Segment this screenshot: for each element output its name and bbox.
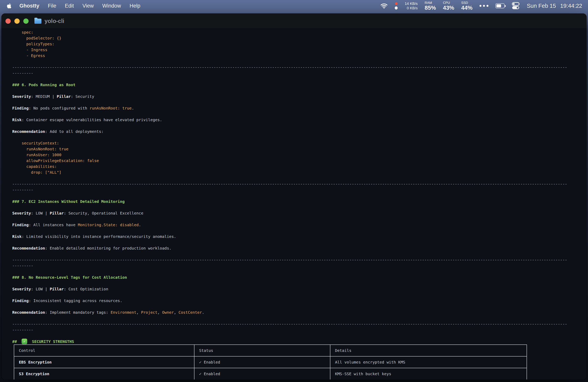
terminal-line (12, 315, 587, 321)
terminal-line: ### 6. Pods Running as Root (12, 82, 587, 88)
terminal-segment: : Limited visibility into instance perfo… (21, 234, 176, 239)
terminal-line (12, 59, 587, 64)
table-cell: EBS Encryption (14, 357, 194, 368)
terminal-segment: : Inconsistent tagging across resources. (29, 298, 122, 303)
terminal-segment: Owner (162, 310, 174, 315)
terminal-segment: : Container escape vulnerabilities have … (21, 117, 162, 122)
terminal-segment: policyTypes: (12, 42, 54, 46)
ssd-value: 44% (461, 5, 473, 11)
terminal-line: Recommendation: Enable detailed monitori… (12, 245, 587, 251)
terminal-line: runAsNonRoot: true (12, 146, 587, 152)
table-header-cell: Details (330, 345, 526, 356)
cpu-meter[interactable]: CPU 43% (443, 1, 454, 11)
terminal-line (12, 269, 587, 275)
menu-item-ghostty[interactable]: Ghostty (15, 3, 43, 9)
terminal-line: - Ingress (12, 47, 587, 53)
terminal-line (12, 292, 587, 298)
terminal-segment: Environment (111, 310, 136, 315)
terminal-segment: : LOW | (31, 287, 50, 291)
terminal-segment: Pillar (50, 211, 64, 215)
table-cell: S3 Encryption (14, 368, 194, 380)
terminal-line: drop: ["ALL"] (12, 170, 587, 175)
menu-items: GhosttyFileEditViewWindowHelp (15, 3, 145, 9)
terminal-segment: drop: ["ALL"] (12, 170, 62, 175)
battery-icon[interactable] (495, 3, 504, 8)
terminal-segment: runAsNonRoot: true (89, 106, 132, 110)
terminal-segment: spec: (12, 30, 33, 35)
terminal-line: Finding: All instances have Monitoring.S… (12, 222, 587, 228)
network-speed[interactable]: 14 KB/s 0 KB/s (405, 1, 418, 10)
terminal-segment: : Security (71, 94, 94, 99)
terminal-line: Risk: Container escape vulnerabilities h… (12, 117, 587, 123)
terminal-segment: Severity (12, 94, 31, 99)
terminal-segment: Severity (12, 211, 31, 215)
terminal-line: ----------------------------------------… (12, 257, 587, 263)
close-button[interactable] (5, 19, 11, 24)
terminal-segment: runAsUser: 1000 (12, 152, 62, 157)
terminal-segment: ----------------------------------------… (12, 182, 567, 186)
terminal-segment: SECURITY STRENGTHS (30, 339, 74, 344)
ellipsis-menu-icon[interactable] (480, 5, 488, 7)
toggles-icon[interactable] (512, 2, 520, 10)
terminal-line: Severity: LOW | Pillar: Security, Operat… (12, 210, 587, 216)
terminal-segment: Pillar (50, 287, 64, 291)
security-strengths-table: ControlStatusDetailsEBS Encryption✓ Enab… (14, 344, 527, 380)
terminal-line: runAsUser: 1000 (12, 152, 587, 158)
terminal-segment: : Security, Operational Excellence (64, 211, 143, 215)
terminal-segment: Monitoring.State: disabled (78, 223, 139, 227)
terminal-segment: Finding (12, 298, 29, 303)
table-row: S3 Encryption✓ EnabledKMS-SSE with bucke… (14, 368, 526, 380)
apple-menu-icon[interactable] (7, 3, 12, 9)
menu-item-help[interactable]: Help (125, 3, 145, 9)
terminal-line (12, 228, 587, 233)
menu-item-view[interactable]: View (78, 3, 98, 9)
ram-value: 85% (425, 5, 436, 11)
ssd-meter[interactable]: SSD 44% (461, 1, 473, 11)
terminal-segment: CostCenter (178, 310, 202, 315)
window-titlebar[interactable]: yolo-cli (1, 14, 587, 29)
zoom-button[interactable] (23, 19, 29, 24)
terminal-line (12, 175, 587, 181)
terminal-segment: - Egress (12, 53, 45, 58)
terminal-segment: --------- (12, 188, 33, 192)
ram-label: RAM (425, 1, 432, 4)
terminal-segment: ## (12, 339, 19, 344)
terminal-segment: podSelector: {} (12, 36, 62, 41)
minimize-button[interactable] (14, 19, 20, 24)
window-title: yolo-cli (44, 18, 64, 24)
check-emoji-icon: ✓ (21, 339, 27, 344)
terminal-line (12, 134, 587, 140)
ram-meter[interactable]: RAM 85% (425, 1, 436, 11)
table-header-cell: Status (194, 345, 330, 356)
table-cell: ✓ Enabled (194, 368, 330, 380)
terminal-line (12, 111, 587, 117)
cpu-label: CPU (443, 1, 450, 4)
terminal-line: securityContext: (12, 140, 587, 146)
terminal-segment: : LOW | (31, 211, 50, 215)
terminal-line: Severity: LOW | Pillar: Cost Optimizatio… (12, 286, 587, 292)
table-cell: KMS-SSE with bucket keys (330, 368, 526, 380)
terminal-segment: . (132, 106, 134, 110)
terminal-segment: --------- (12, 263, 33, 268)
terminal-segment: , (136, 310, 141, 315)
menu-item-edit[interactable]: Edit (61, 3, 78, 9)
clock-date: Sun Feb 15 (527, 3, 556, 9)
menu-item-file[interactable]: File (43, 3, 61, 9)
wifi-icon[interactable] (380, 3, 388, 9)
terminal-segment: . (139, 223, 141, 227)
terminal-segment: : Cost Optimization (64, 287, 108, 291)
recording-indicator-icon[interactable] (395, 2, 398, 10)
terminal-segment: , (174, 310, 178, 315)
menu-bar-clock[interactable]: Sun Feb 15 19:44:22 (527, 3, 582, 9)
terminal-line (12, 280, 587, 286)
terminal-window: yolo-cli spec: podSelector: {} policyTyp… (1, 14, 587, 380)
terminal-line: --------- (12, 70, 587, 76)
terminal-segment: . (202, 310, 204, 315)
terminal-line (12, 216, 587, 222)
menu-item-window[interactable]: Window (98, 3, 125, 9)
terminal-line (12, 76, 587, 82)
menu-bar-status: 14 KB/s 0 KB/s RAM 85% CPU 43% SSD 44% S… (380, 1, 582, 11)
menu-bar: GhosttyFileEditViewWindowHelp 14 KB/s 0 … (0, 0, 588, 12)
terminal-line (12, 99, 587, 105)
terminal-segment: - Ingress (12, 47, 47, 52)
